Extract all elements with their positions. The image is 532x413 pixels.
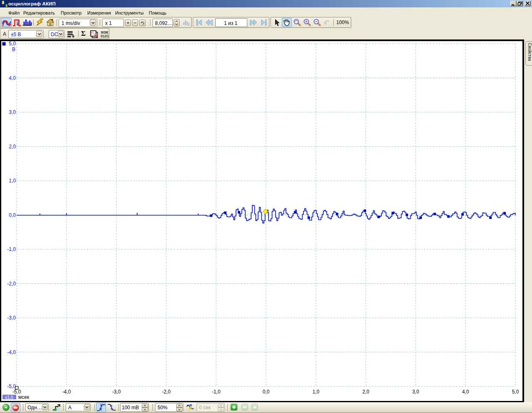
svg-text:1,0: 1,0 bbox=[9, 178, 16, 184]
svg-text:-5,0: -5,0 bbox=[12, 389, 21, 395]
svg-text:-3,0: -3,0 bbox=[112, 389, 121, 395]
svg-text:4,0: 4,0 bbox=[462, 389, 469, 395]
svg-text:0101: 0101 bbox=[101, 34, 108, 38]
svg-text:2,0: 2,0 bbox=[9, 144, 16, 150]
svg-text:мсек: мсек bbox=[18, 394, 30, 400]
svg-text:0,0: 0,0 bbox=[263, 389, 270, 395]
svg-text:5,0: 5,0 bbox=[512, 389, 519, 395]
svg-text:-2,0: -2,0 bbox=[162, 389, 171, 395]
svg-text:4,0: 4,0 bbox=[9, 75, 16, 81]
svg-text:0,0: 0,0 bbox=[9, 212, 16, 218]
svg-text:В: В bbox=[12, 47, 15, 52]
svg-text:-1,0: -1,0 bbox=[7, 246, 16, 252]
svg-text:1,0: 1,0 bbox=[313, 389, 320, 395]
svg-text:-3,0: -3,0 bbox=[7, 315, 16, 321]
svg-text:3,0: 3,0 bbox=[9, 109, 16, 115]
svg-text:-4,0: -4,0 bbox=[62, 389, 71, 395]
svg-text:-2,0: -2,0 bbox=[7, 281, 16, 287]
svg-text:5,0: 5,0 bbox=[9, 41, 16, 47]
svg-text:3,0: 3,0 bbox=[412, 389, 419, 395]
svg-text:x1,0: x1,0 bbox=[5, 395, 13, 400]
svg-text:-1,0: -1,0 bbox=[212, 389, 221, 395]
svg-text:2,0: 2,0 bbox=[362, 389, 369, 395]
svg-text:-4,0: -4,0 bbox=[7, 349, 16, 355]
svg-text:-5,0: -5,0 bbox=[7, 384, 16, 389]
